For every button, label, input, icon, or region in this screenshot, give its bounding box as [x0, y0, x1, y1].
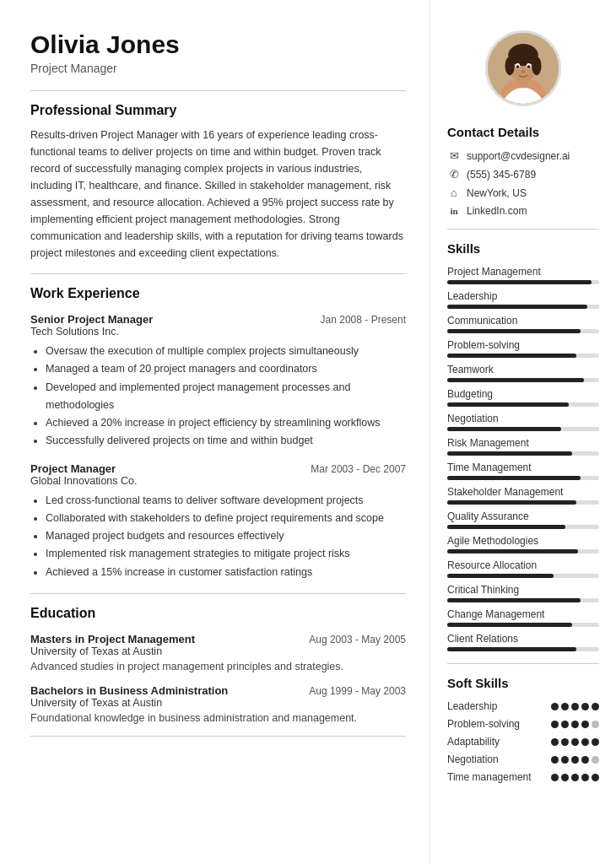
resume-container: Olivia Jones Project Manager Professiona… — [0, 0, 616, 864]
work-experience-section: Work Experience Senior Project Manager J… — [30, 286, 406, 581]
divider-3 — [30, 593, 406, 594]
skill-bar-fill — [447, 354, 576, 358]
edu-2-desc: Foundational knowledge in business admin… — [30, 712, 406, 724]
left-column: Olivia Jones Project Manager Professiona… — [0, 0, 430, 864]
contact-phone: ✆ (555) 345-6789 — [447, 168, 599, 181]
skill-bar-bg — [447, 647, 599, 651]
job-2: Project Manager Mar 2003 - Dec 2007 Glob… — [30, 462, 406, 581]
skill-item: Critical Thinking — [447, 584, 599, 602]
soft-skill-name: Adaptability — [447, 736, 551, 748]
job-1: Senior Project Manager Jan 2008 - Presen… — [30, 313, 406, 451]
skill-name: Critical Thinking — [447, 584, 599, 596]
skill-bar-fill — [447, 378, 584, 382]
job-1-header: Senior Project Manager Jan 2008 - Presen… — [30, 313, 406, 326]
svg-point-9 — [516, 65, 520, 68]
skill-bar-bg — [447, 305, 599, 309]
skill-item: Agile Methodologies — [447, 535, 599, 554]
edu-1-header: Masters in Project Management Aug 2003 -… — [30, 633, 406, 645]
dot — [571, 703, 579, 710]
skills-section: Skills Project Management Leadership Com… — [447, 241, 599, 651]
svg-point-11 — [521, 70, 526, 73]
skill-item: Problem-solving — [447, 339, 599, 358]
avatar-wrapper — [447, 30, 599, 106]
dot — [571, 774, 579, 781]
contact-email-value: support@cvdesigner.ai — [467, 150, 570, 162]
soft-skill-name: Negotiation — [447, 753, 551, 765]
skill-bar-fill — [447, 427, 561, 431]
dot — [592, 721, 599, 728]
dot — [592, 738, 599, 746]
skill-item: Teamwork — [447, 364, 599, 382]
dot — [551, 721, 559, 728]
list-item: Successfully delivered projects on time … — [46, 432, 406, 450]
right-divider-1 — [447, 229, 599, 230]
skill-bar-bg — [447, 549, 599, 554]
summary-section: Professional Summary Results-driven Proj… — [30, 103, 406, 262]
contact-section: Contact Details ✉ support@cvdesigner.ai … — [447, 125, 599, 217]
skill-name: Project Management — [447, 266, 599, 278]
dot — [592, 774, 599, 781]
soft-skill-item: Negotiation — [447, 753, 599, 765]
list-item: Led cross-functional teams to deliver so… — [46, 492, 406, 510]
skill-bar-fill — [447, 329, 581, 333]
soft-skill-name: Leadership — [447, 700, 551, 712]
svg-point-5 — [505, 57, 515, 75]
skill-name: Stakeholder Management — [447, 486, 599, 498]
divider-1 — [30, 90, 406, 91]
dot — [581, 756, 589, 764]
skill-name: Budgeting — [447, 388, 599, 400]
skill-bar-bg — [447, 354, 599, 358]
skill-bar-bg — [447, 378, 599, 382]
list-item: Managed project budgets and resources ef… — [46, 527, 406, 545]
contact-linkedin-value: LinkedIn.com — [467, 205, 527, 217]
skill-name: Teamwork — [447, 364, 599, 375]
dot — [571, 756, 579, 764]
skill-name: Time Management — [447, 462, 599, 473]
skill-bar-bg — [447, 280, 599, 284]
dot — [561, 721, 569, 728]
skills-list: Project Management Leadership Communicat… — [447, 266, 599, 651]
skill-bar-fill — [447, 305, 587, 309]
edu-1-degree: Masters in Project Management — [30, 633, 195, 645]
skill-item: Negotiation — [447, 413, 599, 431]
dot — [581, 721, 589, 728]
skill-item: Project Management — [447, 266, 599, 284]
education-section: Education Masters in Project Management … — [30, 606, 406, 724]
skill-bar-fill — [447, 647, 576, 651]
dot — [581, 738, 589, 746]
summary-text: Results-driven Project Manager with 16 y… — [30, 127, 406, 262]
divider-2 — [30, 273, 406, 274]
skill-bar-bg — [447, 402, 599, 407]
contact-linkedin: in LinkedIn.com — [447, 205, 599, 217]
dot — [571, 738, 579, 746]
edu-2-degree: Bachelors in Business Administration — [30, 684, 228, 697]
svg-point-10 — [527, 65, 531, 68]
contact-phone-value: (555) 345-6789 — [467, 169, 536, 181]
location-icon: ⌂ — [447, 186, 461, 199]
job-1-title: Senior Project Manager — [30, 313, 153, 326]
dots — [551, 738, 599, 746]
skill-bar-fill — [447, 623, 572, 627]
phone-icon: ✆ — [447, 168, 461, 181]
dots — [551, 721, 599, 728]
skill-name: Problem-solving — [447, 339, 599, 351]
skill-name: Communication — [447, 315, 599, 327]
candidate-name: Olivia Jones — [30, 30, 406, 58]
list-item: Collaborated with stakeholders to define… — [46, 510, 406, 527]
skill-bar-bg — [447, 500, 599, 505]
dots — [551, 774, 599, 781]
skill-name: Risk Management — [447, 437, 599, 449]
dot — [592, 756, 599, 764]
skill-bar-fill — [447, 525, 565, 529]
skill-name: Leadership — [447, 290, 599, 302]
dots — [551, 756, 599, 764]
skill-item: Leadership — [447, 290, 599, 309]
skill-name: Quality Assurance — [447, 510, 599, 522]
dot — [561, 756, 569, 764]
skill-item: Time Management — [447, 462, 599, 480]
skill-name: Change Management — [447, 608, 599, 620]
dot — [571, 721, 579, 728]
skill-item: Communication — [447, 315, 599, 333]
dot — [581, 774, 589, 781]
soft-skills-section: Soft Skills Leadership Problem-solving A… — [447, 676, 599, 783]
